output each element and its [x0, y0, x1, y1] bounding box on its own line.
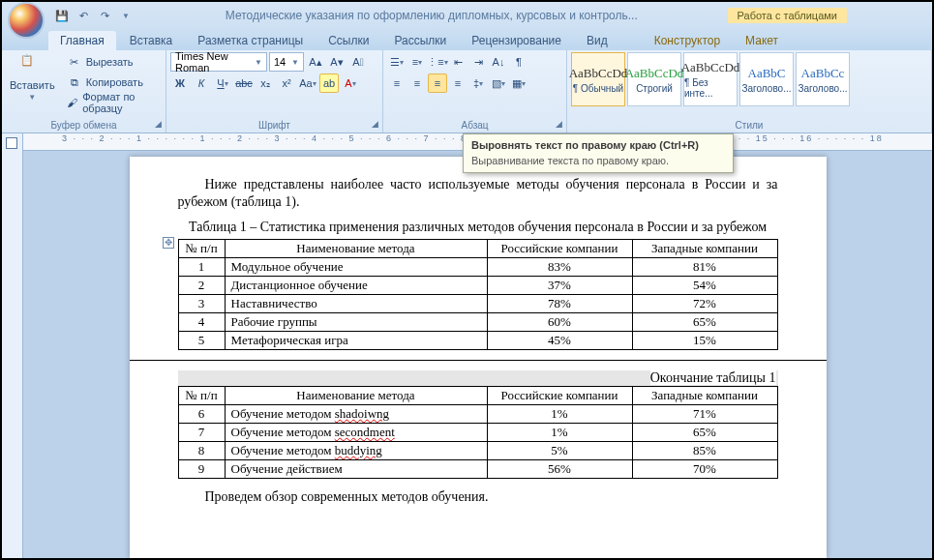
highlight-button[interactable]: ab — [319, 74, 339, 93]
format-painter-button[interactable]: 🖌Формат по образцу — [63, 93, 162, 112]
cut-button[interactable]: ✂Вырезать — [63, 52, 162, 72]
paste-button[interactable]: 📋 Вставить ▼ — [6, 52, 59, 103]
table-row[interactable]: 6Обучение методом shadoiwng1%71% — [178, 404, 777, 423]
bold-button[interactable]: Ж — [170, 74, 190, 93]
col-west[interactable]: Западные компании — [632, 386, 777, 404]
col-west[interactable]: Западные компании — [632, 239, 777, 257]
redo-icon[interactable]: ↷ — [95, 6, 114, 25]
table-row[interactable]: 8Обучение методом buddying5%85% — [178, 441, 777, 459]
tab-table-layout[interactable]: Макет — [734, 31, 790, 50]
tab-table-design[interactable]: Конструктор — [643, 31, 732, 50]
table-caption[interactable]: Таблица 1 – Статистика применения различ… — [178, 219, 778, 236]
tooltip-body: Выравнивание текста по правому краю. — [464, 153, 733, 172]
paragraph-intro[interactable]: Ниже представлены наиболее часто использ… — [178, 176, 778, 211]
font-color-button[interactable]: A▾ — [341, 74, 360, 93]
paragraph-dialog-launcher[interactable]: ◢ — [553, 119, 564, 131]
underline-button[interactable]: Ч▾ — [213, 74, 232, 93]
shrink-font-button[interactable]: A▾ — [327, 52, 346, 72]
ribbon-tabs: Главная Вставка Разметка страницы Ссылки… — [2, 29, 932, 50]
grow-font-button[interactable]: A▴ — [306, 52, 325, 72]
decrease-indent-button[interactable]: ⇤ — [448, 52, 467, 72]
document-area[interactable]: Ниже представлены наиболее часто использ… — [23, 151, 932, 558]
style-gallery[interactable]: AaBbCcDd¶ Обычный AaBbCcDdСтрогий AaBbCc… — [571, 52, 850, 106]
sort-button[interactable]: A↓ — [489, 52, 508, 72]
cut-label: Вырезать — [86, 56, 134, 68]
line-spacing-button[interactable]: ‡▾ — [468, 74, 488, 93]
style-heading2[interactable]: AaBbCcЗаголово... — [796, 52, 850, 106]
tooltip-title: Выровнять текст по правому краю (Ctrl+R) — [464, 134, 733, 153]
save-icon[interactable]: 💾 — [52, 6, 72, 25]
table-row[interactable]: 7Обучение методом secondment1%65% — [178, 423, 777, 441]
table-row[interactable]: 4Рабочие группы60%65% — [178, 312, 777, 331]
col-number[interactable]: № п/п — [178, 386, 225, 404]
table-header-row[interactable]: № п/п Наименование метода Российские ком… — [178, 239, 777, 257]
tab-page-layout[interactable]: Разметка страницы — [186, 31, 315, 50]
workspace: 3 · · · 2 · · · 1 · · · · · · 1 · · · 2 … — [2, 133, 932, 558]
table-row[interactable]: 9Обучение действием56%70% — [178, 459, 777, 478]
table-1-continued[interactable]: № п/п Наименование метода Российские ком… — [178, 386, 778, 479]
table-move-handle-icon[interactable]: ✥ — [163, 237, 174, 249]
office-button[interactable] — [8, 2, 45, 39]
numbering-button[interactable]: ≡▾ — [407, 52, 427, 72]
table-header-row[interactable]: № п/п Наименование метода Российские ком… — [178, 386, 777, 404]
vertical-ruler[interactable] — [2, 133, 23, 558]
increase-indent-button[interactable]: ⇥ — [468, 52, 488, 72]
view-ruler-toggle[interactable] — [6, 137, 17, 149]
page[interactable]: Ниже представлены наиболее часто использ… — [130, 157, 827, 558]
superscript-button[interactable]: x² — [277, 74, 296, 93]
group-styles-label: Стили — [571, 120, 927, 133]
group-font-label: Шрифт — [170, 120, 378, 133]
title-bar: 💾 ↶ ↷ ▼ Методические указания по оформле… — [2, 2, 932, 29]
tab-home[interactable]: Главная — [48, 31, 116, 50]
copy-icon: ⧉ — [67, 74, 82, 90]
style-normal[interactable]: AaBbCcDd¶ Обычный — [571, 52, 625, 106]
shading-button[interactable]: ▧▾ — [489, 74, 508, 93]
change-case-button[interactable]: Aa▾ — [298, 74, 317, 93]
strikethrough-button[interactable]: abc — [234, 74, 254, 93]
col-ru[interactable]: Российские компании — [487, 239, 632, 257]
table-row[interactable]: 2Дистанционное обучение37%54% — [178, 276, 777, 294]
copy-button[interactable]: ⧉Копировать — [63, 73, 162, 92]
group-styles: AaBbCcDd¶ Обычный AaBbCcDdСтрогий AaBbCc… — [567, 50, 932, 133]
tooltip-align-right: Выровнять текст по правому краю (Ctrl+R)… — [463, 133, 734, 173]
paste-icon: 📋 — [20, 54, 44, 77]
multilevel-button[interactable]: ⋮≡▾ — [428, 52, 447, 72]
table-continuation-label[interactable]: Окончание таблицы 1 — [178, 370, 778, 386]
col-method[interactable]: Наименование метода — [225, 239, 487, 257]
font-name-combo[interactable]: Times New Roman▼ — [170, 52, 267, 72]
col-ru[interactable]: Российские компании — [487, 386, 632, 404]
font-size-combo[interactable]: 14▼ — [269, 52, 304, 72]
tab-view[interactable]: Вид — [575, 31, 619, 50]
style-strong[interactable]: AaBbCcDdСтрогий — [627, 52, 681, 106]
tab-review[interactable]: Рецензирование — [460, 31, 573, 50]
paragraph-outro[interactable]: Проведем обзор современных методов обуче… — [178, 488, 778, 506]
style-no-spacing[interactable]: AaBbCcDd¶ Без инте... — [683, 52, 738, 106]
align-left-button[interactable]: ≡ — [387, 74, 407, 93]
undo-icon[interactable]: ↶ — [74, 6, 93, 25]
align-right-button[interactable]: ≡ — [428, 74, 447, 93]
table-row[interactable]: 5Метафорическая игра45%15% — [178, 331, 777, 349]
tab-references[interactable]: Ссылки — [316, 31, 380, 50]
subscript-button[interactable]: x₂ — [256, 74, 275, 93]
table-row[interactable]: 1Модульное обучение83%81% — [178, 257, 777, 276]
align-center-button[interactable]: ≡ — [407, 74, 427, 93]
clear-formatting-button[interactable]: A⃠ — [348, 52, 368, 72]
italic-button[interactable]: К — [192, 74, 211, 93]
bullets-button[interactable]: ☰▾ — [387, 52, 407, 72]
justify-button[interactable]: ≡ — [448, 74, 467, 93]
tab-mailings[interactable]: Рассылки — [382, 31, 458, 50]
table-1[interactable]: № п/п Наименование метода Российские ком… — [178, 239, 778, 350]
quick-access-toolbar: 💾 ↶ ↷ ▼ — [52, 6, 136, 25]
clipboard-dialog-launcher[interactable]: ◢ — [152, 119, 164, 131]
show-marks-button[interactable]: ¶ — [509, 52, 528, 72]
col-method[interactable]: Наименование метода — [225, 386, 487, 404]
borders-button[interactable]: ▦▾ — [509, 74, 528, 93]
paste-label: Вставить — [10, 79, 55, 91]
font-dialog-launcher[interactable]: ◢ — [369, 119, 380, 131]
table-row[interactable]: 3Наставничество78%72% — [178, 294, 777, 312]
qat-customize-icon[interactable]: ▼ — [116, 6, 136, 25]
tab-insert[interactable]: Вставка — [118, 31, 185, 50]
style-heading1[interactable]: AaBbCЗаголово... — [739, 52, 794, 106]
brush-icon: 🖌 — [67, 95, 79, 110]
col-number[interactable]: № п/п — [178, 239, 225, 257]
